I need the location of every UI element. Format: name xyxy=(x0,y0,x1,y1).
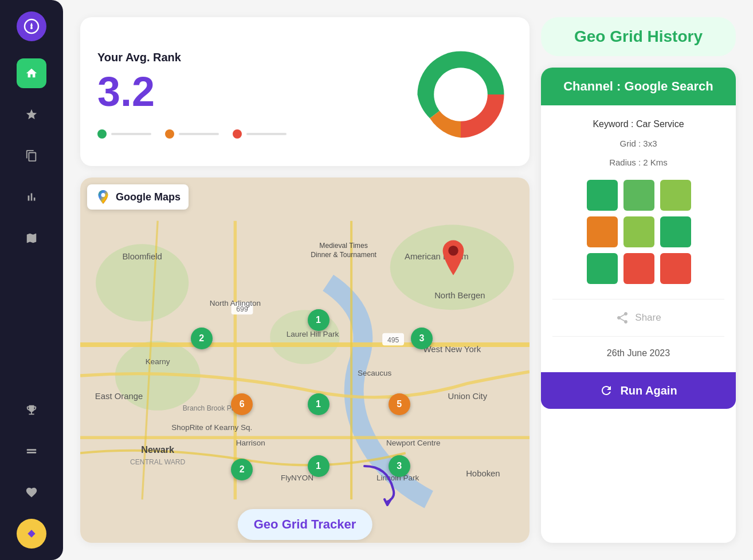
sidebar xyxy=(0,0,63,560)
grid-square-0 xyxy=(587,180,618,211)
grid-squares xyxy=(587,180,690,284)
arrow-container xyxy=(359,460,405,508)
svg-text:North Arlington: North Arlington xyxy=(210,299,261,307)
run-again-icon xyxy=(599,384,613,397)
date-field: 26th June 2023 xyxy=(552,348,724,358)
fake-map: 699 495 Bloomfield North Arlington Ameri… xyxy=(80,178,530,543)
donut-chart xyxy=(409,43,512,146)
map-pin-4: 6 xyxy=(231,393,253,415)
svg-text:Bloomfield: Bloomfield xyxy=(122,252,162,261)
sidebar-item-heart[interactable] xyxy=(17,478,46,507)
svg-point-40 xyxy=(101,193,105,197)
svg-point-4 xyxy=(434,68,488,121)
svg-point-1 xyxy=(30,27,33,29)
grid-square-5 xyxy=(660,216,691,247)
geo-grid-tracker-label: Geo Grid Tracker xyxy=(238,509,372,540)
sidebar-item-favorites[interactable] xyxy=(17,100,46,129)
map-pin-5: 1 xyxy=(308,393,330,415)
map-card: 699 495 Bloomfield North Arlington Ameri… xyxy=(80,178,530,543)
svg-rect-3 xyxy=(27,452,37,453)
red-location-pin xyxy=(436,238,470,280)
map-pin-1: 2 xyxy=(191,328,213,349)
map-pin-7: 2 xyxy=(231,459,253,480)
sidebar-item-copy[interactable] xyxy=(17,141,46,171)
main-content: Your Avg. Rank 3.2 xyxy=(63,0,753,560)
svg-text:Union City: Union City xyxy=(448,392,488,401)
stats-card: Your Avg. Rank 3.2 xyxy=(80,17,530,166)
grid-square-6 xyxy=(587,253,618,284)
share-row[interactable]: Share xyxy=(552,311,724,325)
sidebar-item-diamond[interactable] xyxy=(17,519,46,549)
sidebar-logo[interactable] xyxy=(17,11,46,41)
channel-header: Channel : Google Search xyxy=(541,68,736,105)
svg-text:Medieval Times: Medieval Times xyxy=(319,242,367,250)
sidebar-item-analytics[interactable] xyxy=(17,182,46,212)
map-pin-6: 5 xyxy=(389,393,410,415)
google-maps-label: Google Maps xyxy=(87,184,189,210)
legend-item-green xyxy=(97,129,151,139)
svg-text:North Bergen: North Bergen xyxy=(434,291,485,300)
channel-body: Keyword : Car Service Grid : 3x3 Radius … xyxy=(541,105,736,372)
svg-rect-2 xyxy=(27,449,37,451)
svg-text:Dinner & Tournament: Dinner & Tournament xyxy=(311,251,376,259)
top-section: Your Avg. Rank 3.2 xyxy=(80,17,736,543)
sidebar-item-map[interactable] xyxy=(17,223,46,253)
channel-card: Channel : Google Search Keyword : Car Se… xyxy=(541,68,736,543)
run-again-label: Run Again xyxy=(620,384,677,397)
svg-text:East Orange: East Orange xyxy=(95,392,143,401)
keyword-field: Keyword : Car Service xyxy=(552,117,724,132)
stats-left: Your Avg. Rank 3.2 xyxy=(97,51,287,139)
right-panel: Geo Grid History Channel : Google Search… xyxy=(541,17,736,543)
divider-2 xyxy=(552,336,724,337)
legend-dot-green xyxy=(97,129,107,139)
legend-dot-orange xyxy=(165,129,174,139)
grid-square-3 xyxy=(587,216,618,247)
avg-rank-label: Your Avg. Rank xyxy=(97,51,287,64)
svg-text:Hoboken: Hoboken xyxy=(466,469,500,478)
svg-text:495: 495 xyxy=(387,336,399,344)
legend-line-orange xyxy=(179,133,219,135)
grid-square-7 xyxy=(623,253,654,284)
map-pin-3: 3 xyxy=(411,328,433,349)
svg-text:ShopRite of Kearny Sq.: ShopRite of Kearny Sq. xyxy=(171,423,252,432)
legend-dot-red xyxy=(233,129,242,139)
run-again-button[interactable]: Run Again xyxy=(541,372,736,409)
grid-square-4 xyxy=(623,216,654,247)
sidebar-item-home[interactable] xyxy=(17,58,46,88)
grid-field: Grid : 3x3 xyxy=(552,136,724,151)
map-pin-8: 1 xyxy=(308,455,330,477)
share-icon xyxy=(615,311,629,325)
grid-square-8 xyxy=(660,253,691,284)
map-pin-2: 1 xyxy=(308,309,330,331)
legend-row xyxy=(97,129,287,139)
sidebar-item-cards[interactable] xyxy=(17,436,46,466)
divider-1 xyxy=(552,299,724,299)
svg-text:Secaucus: Secaucus xyxy=(358,369,392,377)
left-area: Your Avg. Rank 3.2 xyxy=(80,17,530,543)
radius-field: Radius : 2 Kms xyxy=(552,155,724,169)
svg-text:FlyNYON: FlyNYON xyxy=(281,474,313,482)
legend-item-red xyxy=(233,129,287,139)
geo-grid-history-title: Geo Grid History xyxy=(541,17,736,56)
legend-line-green xyxy=(111,133,151,135)
avg-rank-value: 3.2 xyxy=(97,71,287,112)
svg-text:Newark: Newark xyxy=(141,444,175,455)
svg-text:Newport Centre: Newport Centre xyxy=(386,439,441,447)
share-label: Share xyxy=(635,312,661,324)
svg-text:CENTRAL WARD: CENTRAL WARD xyxy=(130,458,186,466)
svg-text:Kearny: Kearny xyxy=(146,357,170,366)
svg-point-41 xyxy=(448,246,458,256)
svg-text:Harrison: Harrison xyxy=(236,439,265,447)
sidebar-bottom xyxy=(17,395,46,549)
google-maps-text: Google Maps xyxy=(116,191,181,203)
svg-text:West New York: West New York xyxy=(423,345,481,354)
svg-text:Laurel Hill Park: Laurel Hill Park xyxy=(287,330,339,338)
legend-line-red xyxy=(246,133,287,135)
sidebar-item-trophy[interactable] xyxy=(17,395,46,425)
grid-square-2 xyxy=(660,180,691,211)
grid-square-1 xyxy=(623,180,654,211)
legend-item-orange xyxy=(165,129,219,139)
